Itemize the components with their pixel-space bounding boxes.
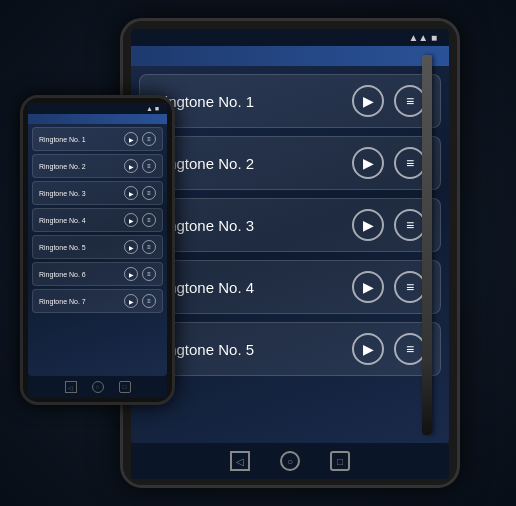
tablet-ringtone-list: Ringtone No. 1 ▶ ≡ Ringtone No. 2 ▶ ≡ Ri…	[131, 66, 449, 443]
phone-options-button[interactable]: ≡	[142, 213, 156, 227]
ringtone-actions: ▶ ≡	[352, 85, 426, 117]
phone-ringtone-name: Ringtone No. 7	[39, 298, 124, 305]
phone-play-button[interactable]: ▶	[124, 186, 138, 200]
tablet-ringtone-item: Ringtone No. 1 ▶ ≡	[139, 74, 441, 128]
phone-options-button[interactable]: ≡	[142, 240, 156, 254]
phone-ringtone-item: Ringtone No. 3 ▶ ≡	[32, 181, 163, 205]
phone-ringtone-name: Ringtone No. 2	[39, 163, 124, 170]
back-button[interactable]: ◁	[230, 451, 250, 471]
phone-ringtone-actions: ▶ ≡	[124, 267, 156, 281]
phone-ringtone-name: Ringtone No. 6	[39, 271, 124, 278]
play-button[interactable]: ▶	[352, 147, 384, 179]
tablet-ringtone-item: Ringtone No. 2 ▶ ≡	[139, 136, 441, 190]
ringtone-name: Ringtone No. 5	[154, 341, 352, 358]
phone-options-button[interactable]: ≡	[142, 132, 156, 146]
ringtone-actions: ▶ ≡	[352, 209, 426, 241]
phone-ringtone-name: Ringtone No. 5	[39, 244, 124, 251]
phone-play-button[interactable]: ▶	[124, 240, 138, 254]
phone-ringtone-item: Ringtone No. 6 ▶ ≡	[32, 262, 163, 286]
ringtone-name: Ringtone No. 2	[154, 155, 352, 172]
tablet-screen: ▲▲ ■ Ringtone No. 1 ▶ ≡ Ringtone No. 2 ▶…	[131, 29, 449, 443]
phone-options-button[interactable]: ≡	[142, 186, 156, 200]
phone-back-button[interactable]: ◁	[65, 381, 77, 393]
play-button[interactable]: ▶	[352, 333, 384, 365]
phone-ringtone-item: Ringtone No. 4 ▶ ≡	[32, 208, 163, 232]
recent-button[interactable]: □	[330, 451, 350, 471]
ringtone-actions: ▶ ≡	[352, 271, 426, 303]
phone-home-button[interactable]: ○	[92, 381, 104, 393]
phone-status-bar: ▲ ■	[28, 103, 167, 114]
phone-signal: ▲ ■	[146, 105, 159, 112]
phone-ringtone-item: Ringtone No. 7 ▶ ≡	[32, 289, 163, 313]
phone-play-button[interactable]: ▶	[124, 213, 138, 227]
phone-options-button[interactable]: ≡	[142, 267, 156, 281]
tablet-status-bar: ▲▲ ■	[131, 29, 449, 46]
phone-ringtone-actions: ▶ ≡	[124, 240, 156, 254]
ringtone-actions: ▶ ≡	[352, 147, 426, 179]
stylus-pen	[422, 55, 432, 435]
phone-play-button[interactable]: ▶	[124, 267, 138, 281]
phone-ringtone-actions: ▶ ≡	[124, 159, 156, 173]
play-button[interactable]: ▶	[352, 271, 384, 303]
phone-options-button[interactable]: ≡	[142, 294, 156, 308]
tablet-ringtone-item: Ringtone No. 5 ▶ ≡	[139, 322, 441, 376]
home-button[interactable]: ○	[280, 451, 300, 471]
phone-ringtone-item: Ringtone No. 5 ▶ ≡	[32, 235, 163, 259]
ringtone-actions: ▶ ≡	[352, 333, 426, 365]
phone-ringtone-actions: ▶ ≡	[124, 186, 156, 200]
tablet-signal: ▲▲ ■	[408, 32, 437, 43]
phone-nav-bar: ◁ ○ □	[28, 376, 167, 398]
phone-ringtone-actions: ▶ ≡	[124, 132, 156, 146]
phone-ringtone-list: Ringtone No. 1 ▶ ≡ Ringtone No. 2 ▶ ≡ Ri…	[28, 124, 167, 376]
phone-ringtone-actions: ▶ ≡	[124, 213, 156, 227]
ringtone-name: Ringtone No. 4	[154, 279, 352, 296]
phone-ringtone-item: Ringtone No. 2 ▶ ≡	[32, 154, 163, 178]
phone-play-button[interactable]: ▶	[124, 132, 138, 146]
phone-options-button[interactable]: ≡	[142, 159, 156, 173]
phone-ringtone-name: Ringtone No. 4	[39, 217, 124, 224]
ringtone-name: Ringtone No. 3	[154, 217, 352, 234]
phone-ringtone-actions: ▶ ≡	[124, 294, 156, 308]
phone-recent-button[interactable]: □	[119, 381, 131, 393]
phone-ringtone-item: Ringtone No. 1 ▶ ≡	[32, 127, 163, 151]
phone-play-button[interactable]: ▶	[124, 294, 138, 308]
phone-ringtone-name: Ringtone No. 1	[39, 136, 124, 143]
tablet-ringtone-item: Ringtone No. 4 ▶ ≡	[139, 260, 441, 314]
tablet-ringtone-item: Ringtone No. 3 ▶ ≡	[139, 198, 441, 252]
play-button[interactable]: ▶	[352, 209, 384, 241]
phone-ringtone-name: Ringtone No. 3	[39, 190, 124, 197]
ringtone-name: Ringtone No. 1	[154, 93, 352, 110]
phone-device: ▲ ■ Ringtone No. 1 ▶ ≡ Ringtone No. 2 ▶ …	[20, 95, 175, 405]
tablet-header	[131, 46, 449, 66]
phone-screen: ▲ ■ Ringtone No. 1 ▶ ≡ Ringtone No. 2 ▶ …	[28, 103, 167, 376]
phone-header	[28, 114, 167, 124]
phone-play-button[interactable]: ▶	[124, 159, 138, 173]
play-button[interactable]: ▶	[352, 85, 384, 117]
tablet-nav-bar: ◁ ○ □	[131, 443, 449, 479]
